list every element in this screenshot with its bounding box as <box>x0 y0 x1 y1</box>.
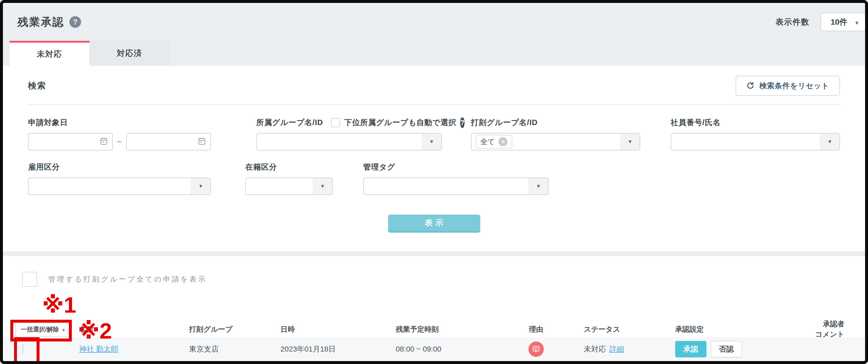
chevron-down-icon <box>854 18 859 27</box>
group-label: 所属グループ名/ID <box>256 117 323 128</box>
show-all-label: 管理する打刻グループ全ての申請を表示 <box>48 274 207 284</box>
search-panel: 検索 検索条件をリセット 申請対象日 ~ <box>3 66 865 251</box>
reject-button[interactable]: 否認 <box>711 341 742 357</box>
chevron-down-icon <box>429 139 434 145</box>
stamp-group-label: 打刻グループ名/ID <box>471 117 538 128</box>
status-text: 未対応 <box>584 345 606 353</box>
show-all-checkbox[interactable] <box>22 272 37 286</box>
chevron-down-icon <box>198 183 204 189</box>
chevron-down-icon <box>828 139 833 145</box>
tab-bar: 未対応 対応済 <box>9 41 169 66</box>
display-count-value: 10件 <box>831 17 847 28</box>
help-icon[interactable] <box>69 16 81 28</box>
display-count-select[interactable]: 10件 <box>820 13 868 31</box>
annotation-note2: ※2 <box>78 320 112 342</box>
refresh-icon <box>746 82 755 90</box>
list-panel: 管理する打刻グループ全ての申請を表示 一括選択/解除 名前 打刻グループ 日時 … <box>3 256 865 361</box>
table-header: 一括選択/解除 名前 打刻グループ 日時 残業予定時刻 理由 ステータス 承認設… <box>3 322 865 337</box>
remove-tag-icon[interactable] <box>498 137 507 146</box>
col-approver-comment: 承認者 コメント <box>785 319 852 340</box>
col-date: 日時 <box>280 325 396 334</box>
calendar-icon[interactable] <box>197 136 207 147</box>
stamp-group-select[interactable]: 全て <box>471 133 640 150</box>
tag-label: 管理タグ <box>363 162 395 173</box>
divider <box>28 104 840 105</box>
date-range-label: 申請対象日 <box>28 117 68 128</box>
approve-button[interactable]: 承認 <box>675 341 706 357</box>
chevron-down-icon <box>536 183 541 189</box>
tab-pending[interactable]: 未対応 <box>9 41 90 66</box>
cell-stamp-group: 東京支店 <box>189 344 280 354</box>
group-select[interactable] <box>256 133 442 150</box>
employee-label: 社員番号/氏名 <box>671 117 721 128</box>
date-separator: ~ <box>117 137 122 146</box>
reset-search-label: 検索条件をリセット <box>760 81 829 91</box>
employment-label: 雇用区分 <box>28 162 60 173</box>
date-to-field <box>126 133 211 150</box>
reason-comment-icon[interactable] <box>528 341 544 357</box>
col-status: ステータス <box>565 325 663 334</box>
chevron-down-icon <box>627 139 632 145</box>
col-stamp-group: 打刻グループ <box>189 325 280 334</box>
annotation-note1: ※1 <box>42 294 76 316</box>
selected-tag-label: 全て <box>480 137 495 147</box>
search-title: 検索 <box>28 80 46 92</box>
table-row: 神社 勤太郎 東京支店 2023年01月18日 08:00 ~ 09:00 未対… <box>3 337 865 361</box>
col-approval: 承認設定 <box>663 325 785 334</box>
display-count-label: 表示件数 <box>776 17 809 28</box>
detail-link[interactable]: 詳細 <box>609 345 624 353</box>
employee-select[interactable] <box>671 133 840 150</box>
reset-search-button[interactable]: 検索条件をリセット <box>736 76 840 96</box>
subgroup-auto-label: 下位所属グループも自動で選択 <box>344 117 456 128</box>
help-icon[interactable] <box>460 117 465 128</box>
cell-overtime: 08:00 ~ 09:00 <box>396 345 507 354</box>
enrollment-label: 在籍区分 <box>245 162 277 173</box>
col-overtime: 残業予定時刻 <box>396 325 507 334</box>
tag-select[interactable] <box>363 178 549 195</box>
employment-select[interactable] <box>28 178 211 195</box>
selected-tag-chip: 全て <box>476 135 513 149</box>
app-frame: 残業承認 表示件数 10件 未対応 対応済 検索 検索条件をリセット 申請対象日 <box>0 0 868 364</box>
tab-done[interactable]: 対応済 <box>90 41 169 66</box>
subgroup-auto-checkbox[interactable] <box>331 118 340 127</box>
date-from-field <box>28 133 113 150</box>
cell-date: 2023年01月18日 <box>280 344 396 354</box>
calendar-icon[interactable] <box>99 136 108 147</box>
col-reason: 理由 <box>507 325 565 334</box>
enrollment-select[interactable] <box>245 178 333 195</box>
show-button[interactable]: 表示 <box>388 215 480 233</box>
page-title: 残業承認 <box>18 15 64 29</box>
chevron-down-icon <box>320 183 325 189</box>
top-bar: 残業承認 表示件数 10件 <box>18 12 865 32</box>
employee-name-link[interactable]: 神社 勤太郎 <box>79 345 118 353</box>
annotation-box-row-checkbox <box>14 337 39 364</box>
